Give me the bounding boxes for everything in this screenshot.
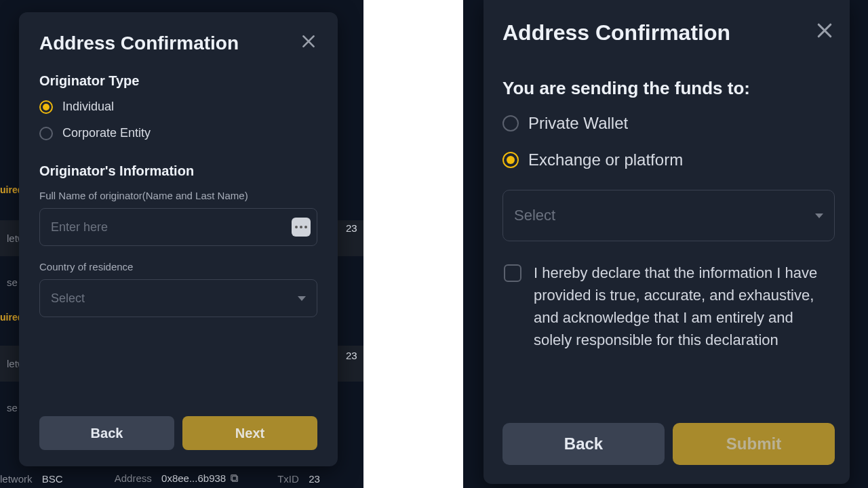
platform-select-placeholder: Select <box>514 207 555 224</box>
submit-button[interactable]: Submit <box>673 423 835 465</box>
copy-icon[interactable] <box>230 474 239 485</box>
chevron-down-icon <box>298 296 306 301</box>
fullname-input[interactable] <box>39 208 317 246</box>
bg-bottom-row: letwork BSC Address 0x8ee...6b938 TxID 2… <box>0 467 363 488</box>
country-select[interactable]: Select <box>39 279 317 317</box>
modal-title: Address Confirmation <box>502 20 730 45</box>
originator-type-heading: Originator Type <box>39 73 317 89</box>
close-icon[interactable] <box>814 20 835 41</box>
radio-corporate[interactable]: Corporate Entity <box>39 126 317 140</box>
address-confirmation-modal-left: Address Confirmation Originator Type Ind… <box>19 12 338 466</box>
sending-to-heading: You are sending the funds to: <box>502 78 835 99</box>
fullname-label: Full Name of originator(Name and Last Na… <box>39 190 317 201</box>
radio-label: Private Wallet <box>528 114 628 133</box>
white-gap <box>363 0 463 488</box>
radio-label: Exchange or platform <box>528 150 683 169</box>
platform-select[interactable]: Select <box>502 190 835 241</box>
back-button[interactable]: Back <box>39 416 174 450</box>
declaration-text: I hereby declare that the information I … <box>534 262 833 351</box>
bg-frag-23a: 23 <box>346 222 357 234</box>
back-button[interactable]: Back <box>502 423 665 465</box>
country-label: Country of residence <box>39 261 317 272</box>
modal-title: Address Confirmation <box>39 33 239 54</box>
radio-indicator <box>502 115 519 131</box>
bg-frag-23b: 23 <box>346 350 357 361</box>
radio-exchange[interactable]: Exchange or platform <box>502 150 835 169</box>
originator-type-group: Individual Corporate Entity <box>39 100 317 140</box>
radio-label: Individual <box>62 100 114 114</box>
left-pane: uired letwork se pr uired letwork se pr … <box>0 0 363 488</box>
radio-private-wallet[interactable]: Private Wallet <box>502 114 835 133</box>
radio-label: Corporate Entity <box>62 126 151 140</box>
chevron-down-icon <box>815 214 823 218</box>
right-pane: Address Confirmation You are sending the… <box>463 0 868 488</box>
address-confirmation-modal-right: Address Confirmation You are sending the… <box>484 0 850 484</box>
radio-indicator <box>39 127 53 140</box>
country-select-placeholder: Select <box>51 291 85 306</box>
declaration-checkbox[interactable] <box>504 264 521 282</box>
radio-indicator <box>502 152 519 168</box>
next-button[interactable]: Next <box>182 416 317 450</box>
radio-individual[interactable]: Individual <box>39 100 317 114</box>
destination-group: Private Wallet Exchange or platform <box>502 114 835 169</box>
close-icon[interactable] <box>300 33 317 50</box>
originator-info-heading: Originator's Information <box>39 163 317 179</box>
radio-indicator <box>39 100 53 114</box>
